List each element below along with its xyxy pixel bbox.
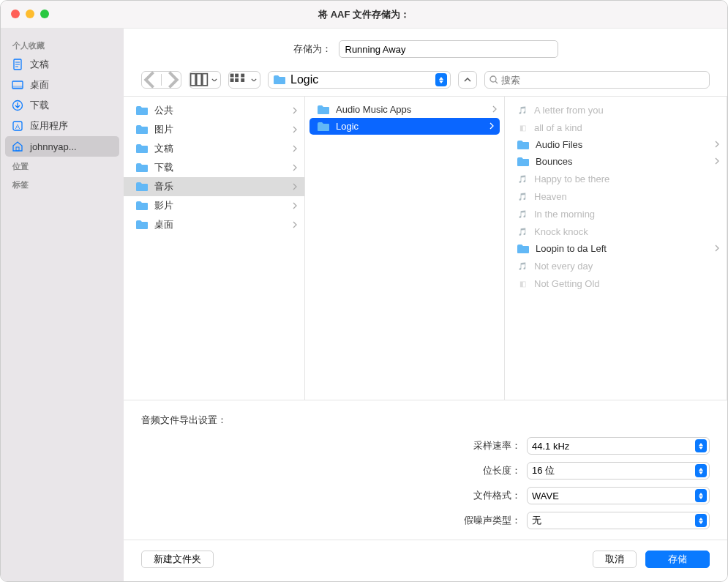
- browser-row[interactable]: 公共: [124, 101, 304, 120]
- chevron-right-icon: [492, 104, 497, 115]
- save-as-input[interactable]: [339, 40, 558, 58]
- row-label: A letter from you: [534, 105, 604, 116]
- apps-icon: A: [11, 119, 24, 133]
- folder-icon: [517, 140, 530, 150]
- close-icon[interactable]: [11, 10, 20, 18]
- sidebar-item-label: 文稿: [30, 58, 49, 71]
- chevron-right-icon: [293, 163, 297, 174]
- row-label: all of a kind: [534, 122, 582, 133]
- browser-row[interactable]: 音乐: [124, 177, 304, 196]
- collapse-button[interactable]: [458, 71, 477, 89]
- browser-row[interactable]: ◧Not Getting Old: [505, 275, 727, 292]
- file-icon: ◧: [517, 122, 528, 133]
- updown-icon: [695, 439, 707, 452]
- new-folder-button[interactable]: 新建文件夹: [141, 551, 214, 568]
- folder-icon: [135, 163, 149, 173]
- columns-view-icon: [189, 72, 209, 88]
- setting-select[interactable]: 16 位: [527, 462, 710, 480]
- path-popup[interactable]: Logic: [268, 71, 451, 89]
- row-label: Happy to be there: [534, 174, 609, 184]
- sidebar-item[interactable]: A应用程序: [1, 116, 124, 136]
- sidebar-section-header: 标签: [1, 175, 124, 193]
- save-as-label: 存储为：: [293, 42, 331, 56]
- home-icon: [11, 140, 24, 153]
- row-label: Audio Music Apps: [336, 104, 411, 115]
- save-button[interactable]: 存储: [645, 551, 710, 568]
- chevron-right-icon: [293, 124, 297, 135]
- browser-row[interactable]: 🎵A letter from you: [505, 101, 727, 119]
- folder-icon: [135, 124, 149, 135]
- svg-rect-15: [230, 78, 234, 82]
- browser-row[interactable]: 影片: [124, 196, 304, 215]
- folder-icon: [135, 201, 149, 211]
- row-label: 公共: [154, 104, 173, 117]
- svg-text:A: A: [15, 123, 20, 130]
- window-title: 将 AAF 文件存储为：: [318, 8, 410, 21]
- browser-row[interactable]: Logic: [309, 118, 500, 135]
- sidebar-item[interactable]: 桌面: [1, 75, 124, 95]
- folder-icon: [317, 122, 330, 132]
- back-button[interactable]: [142, 72, 161, 88]
- folder-icon: [317, 105, 330, 115]
- sidebar-section-header: 个人收藏: [1, 36, 124, 54]
- group-mode[interactable]: [228, 71, 260, 89]
- browser-row[interactable]: ◧all of a kind: [505, 119, 727, 136]
- browser-row[interactable]: 🎵In the morning: [505, 205, 727, 223]
- browser-row[interactable]: Loopin to da Left: [505, 240, 727, 257]
- doc-icon: [11, 58, 24, 71]
- folder-icon: [135, 182, 149, 192]
- row-label: Not Getting Old: [534, 278, 600, 289]
- browser-row[interactable]: Audio Files: [505, 136, 727, 153]
- export-settings-title: 音频文件导出设置：: [141, 414, 710, 427]
- desktop-icon: [11, 78, 24, 92]
- svg-rect-5: [12, 86, 23, 89]
- browser-row[interactable]: 🎵Knock knock: [505, 223, 727, 240]
- chevron-right-icon: [715, 139, 719, 150]
- nav-back-forward: [141, 71, 181, 89]
- row-label: 影片: [154, 199, 173, 212]
- setting-label: 采样速率：: [473, 439, 521, 452]
- minimize-icon[interactable]: [26, 10, 34, 18]
- row-label: Audio Files: [536, 139, 582, 150]
- browser-row[interactable]: Audio Music Apps: [305, 101, 504, 118]
- zoom-icon[interactable]: [40, 10, 49, 18]
- chevron-right-icon: [293, 220, 297, 231]
- browser-row[interactable]: 文稿: [124, 139, 304, 158]
- logic-file-icon: 🎵: [517, 225, 528, 237]
- sidebar-item-label: 下载: [30, 99, 49, 112]
- browser-row[interactable]: Bounces: [505, 153, 727, 170]
- search-field[interactable]: [484, 71, 710, 89]
- browser-row[interactable]: 下载: [124, 158, 304, 177]
- browser-row[interactable]: 🎵Heaven: [505, 187, 727, 205]
- forward-button[interactable]: [162, 72, 181, 88]
- chevron-right-icon: [293, 182, 297, 193]
- folder-icon: [517, 157, 530, 167]
- setting-label: 文件格式：: [473, 489, 521, 502]
- chevron-right-icon: [715, 156, 719, 167]
- chevron-right-icon: [293, 201, 297, 212]
- browser-row[interactable]: 桌面: [124, 215, 304, 234]
- view-mode[interactable]: [189, 71, 221, 89]
- browser-row[interactable]: 🎵Not every day: [505, 257, 727, 275]
- logic-file-icon: 🎵: [517, 260, 528, 272]
- folder-icon: [135, 143, 149, 154]
- column-1: 公共图片文稿下载音乐影片桌面: [124, 97, 305, 400]
- browser-row[interactable]: 🎵Happy to be there: [505, 170, 727, 187]
- column-2: Audio Music AppsLogic: [305, 97, 505, 400]
- sidebar-item[interactable]: 下载: [1, 95, 124, 116]
- search-input[interactable]: [501, 75, 705, 86]
- folder-icon: [135, 105, 149, 116]
- sidebar-item[interactable]: johnnyap...: [5, 136, 119, 157]
- row-label: 桌面: [154, 218, 173, 231]
- setting-select[interactable]: 44.1 kHz: [527, 437, 710, 455]
- chevron-down-icon: [248, 72, 260, 88]
- setting-select[interactable]: WAVE: [527, 487, 710, 504]
- browser-row[interactable]: 图片: [124, 120, 304, 139]
- cancel-button[interactable]: 取消: [593, 551, 637, 568]
- row-label: Loopin to da Left: [536, 243, 607, 254]
- setting-label: 假噪声类型：: [464, 514, 521, 527]
- sidebar-item[interactable]: 文稿: [1, 54, 124, 75]
- svg-rect-17: [241, 74, 244, 78]
- setting-label: 位长度：: [483, 464, 521, 477]
- setting-select[interactable]: 无: [527, 512, 710, 529]
